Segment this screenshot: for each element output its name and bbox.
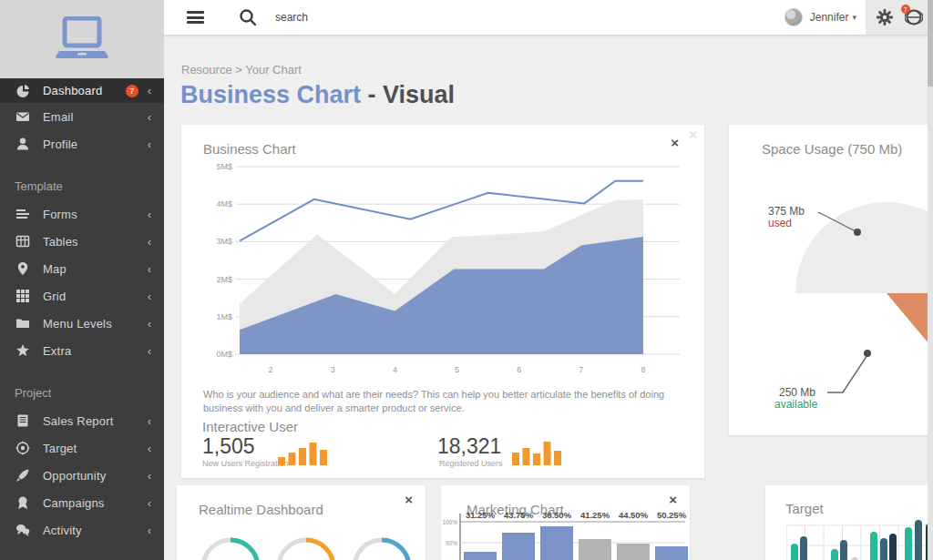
close-icon[interactable]: × — [671, 136, 679, 149]
sidebar-item-label: Forms — [43, 208, 148, 221]
svg-text:36.50%: 36.50% — [542, 510, 572, 520]
sidebar-item-forms[interactable]: Forms‹ — [0, 200, 164, 228]
search-icon[interactable] — [239, 8, 257, 26]
sidebar-item-label: Profile — [43, 137, 148, 151]
svg-text:50.25%: 50.25% — [657, 510, 687, 520]
sidebar-item-email[interactable]: Email‹ — [0, 103, 164, 130]
rocket-icon — [15, 468, 30, 484]
registered-users-mini-bar-chart — [512, 440, 565, 467]
target-card: Target — [765, 485, 933, 560]
search-input[interactable] — [275, 11, 621, 24]
new-users-mini-bar-chart — [278, 440, 331, 467]
sidebar-item-dashboard[interactable]: Dashboard7‹ — [0, 78, 164, 103]
chevron-left-icon: ‹ — [148, 235, 151, 249]
sidebar-item-sales-report[interactable]: Sales Report‹ — [0, 407, 164, 434]
svg-text:5: 5 — [455, 365, 459, 374]
space-usage-pie-chart: 375 Mbused250 Mbavailable — [729, 125, 933, 435]
notification-badge: 7 — [901, 5, 910, 14]
svg-text:2: 2 — [269, 365, 273, 374]
chevron-left-icon: ‹ — [148, 290, 151, 303]
vertical-scrollbar-thumb[interactable] — [928, 0, 933, 87]
report-icon — [15, 413, 30, 429]
interactive-user-heading: Interactive User — [202, 419, 298, 434]
sidebar-item-label: Extra — [43, 344, 148, 358]
stat-registered-value: 18,321 — [437, 434, 501, 459]
chevron-down-icon: ▾ — [852, 13, 856, 22]
user-menu[interactable]: Jennifer ▾ — [784, 0, 856, 35]
forms-icon — [15, 207, 30, 222]
stat-new-users-value: 1,505 — [202, 434, 255, 459]
svg-text:90%: 90% — [446, 540, 457, 546]
sidebar-item-extra[interactable]: Extra‹ — [0, 337, 164, 364]
svg-text:250 Mb: 250 Mb — [779, 386, 815, 399]
svg-text:100%: 100% — [442, 519, 457, 525]
topbar: Jennifer ▾ — [164, 0, 933, 35]
map-icon — [15, 261, 30, 277]
sidebar-item-map[interactable]: Map‹ — [0, 255, 164, 282]
chevron-left-icon: ‹ — [148, 137, 151, 151]
sidebar-section-project: Project — [0, 364, 164, 407]
svg-text:7: 7 — [579, 365, 583, 374]
chevron-left-icon: ‹ — [148, 414, 151, 428]
target-grouped-bar-chart — [786, 513, 933, 560]
sidebar-item-label: Sales Report — [43, 414, 148, 428]
svg-text:31.25%: 31.25% — [466, 510, 496, 520]
sidebar-item-label: Email — [43, 110, 148, 124]
svg-text:5M$: 5M$ — [216, 162, 232, 171]
sidebar-item-activity[interactable]: Activity‹ — [0, 516, 164, 544]
sidebar-item-profile[interactable]: Profile‹ — [0, 130, 164, 158]
svg-text:1M$: 1M$ — [216, 312, 232, 321]
svg-text:3M$: 3M$ — [216, 237, 232, 246]
sidebar-item-target[interactable]: Target‹ — [0, 434, 164, 462]
logo-block[interactable] — [0, 0, 164, 78]
sidebar: Dashboard7‹Email‹Profile‹TemplateForms‹T… — [0, 0, 164, 560]
sidebar-item-label: Tables — [43, 235, 148, 249]
svg-text:6: 6 — [517, 365, 521, 374]
hamburger-menu-icon[interactable] — [187, 9, 204, 26]
email-icon — [15, 109, 30, 125]
chevron-left-icon: ‹ — [148, 442, 151, 455]
sidebar-item-label: Target — [43, 442, 148, 455]
sidebar-item-menu-levels[interactable]: Menu Levels‹ — [0, 310, 164, 337]
notifications-globe-icon[interactable]: 7 — [905, 8, 923, 26]
chevron-left-icon: ‹ — [148, 262, 151, 276]
close-icon[interactable]: × — [405, 493, 413, 506]
svg-text:3: 3 — [331, 365, 335, 374]
sidebar-item-label: Campaigns — [43, 496, 148, 510]
activity-icon — [15, 523, 30, 538]
svg-text:4M$: 4M$ — [216, 199, 232, 209]
chevron-left-icon: ‹ — [148, 110, 151, 124]
settings-gear-icon[interactable] — [876, 8, 894, 26]
sidebar-item-label: Dashboard — [43, 84, 126, 97]
realtime-card-title: Realtime Dashboard — [199, 502, 323, 517]
chevron-left-icon: ‹ — [148, 469, 151, 483]
sidebar-item-campaigns[interactable]: Campaigns‹ — [0, 489, 164, 516]
vertical-scrollbar — [928, 0, 933, 560]
page-title-secondary: - Visual — [361, 81, 455, 108]
sidebar-item-grid[interactable]: Grid‹ — [0, 282, 164, 310]
sidebar-item-label: Activity — [43, 524, 148, 537]
user-name: Jennifer — [810, 11, 849, 24]
sidebar-item-label: Grid — [43, 290, 148, 303]
svg-text:41.25%: 41.25% — [580, 510, 610, 520]
chevron-left-icon: ‹ — [148, 344, 151, 358]
close-icon-faint[interactable]: × — [689, 127, 697, 141]
stat-registered-label: Registered Users — [439, 459, 503, 468]
close-icon[interactable]: × — [669, 493, 677, 506]
svg-text:used: used — [768, 217, 792, 229]
page-title-primary: Business Chart — [180, 81, 361, 108]
avatar — [784, 8, 803, 26]
sidebar-menu: Dashboard7‹Email‹Profile‹TemplateForms‹T… — [0, 78, 164, 544]
space-usage-card: Space Usage (750 Mb) 375 Mbused250 Mbava… — [729, 125, 933, 435]
svg-text:available: available — [774, 398, 818, 411]
breadcrumb[interactable]: Resource > Your Chart — [181, 63, 302, 76]
svg-text:0M$: 0M$ — [216, 350, 232, 359]
svg-text:8: 8 — [641, 365, 645, 374]
business-area-chart: 0M$1M$2M$3M$4M$5M$2345678 — [192, 159, 689, 387]
chevron-left-icon: ‹ — [148, 524, 151, 537]
marketing-bar-chart: 100%90%31.25%43.75%36.50%41.25%44.50%50.… — [441, 510, 690, 560]
sidebar-item-opportunity[interactable]: Opportunity‹ — [0, 462, 164, 489]
sidebar-item-label: Map — [43, 262, 148, 276]
sidebar-section-template: Template — [0, 158, 164, 200]
sidebar-item-tables[interactable]: Tables‹ — [0, 228, 164, 255]
